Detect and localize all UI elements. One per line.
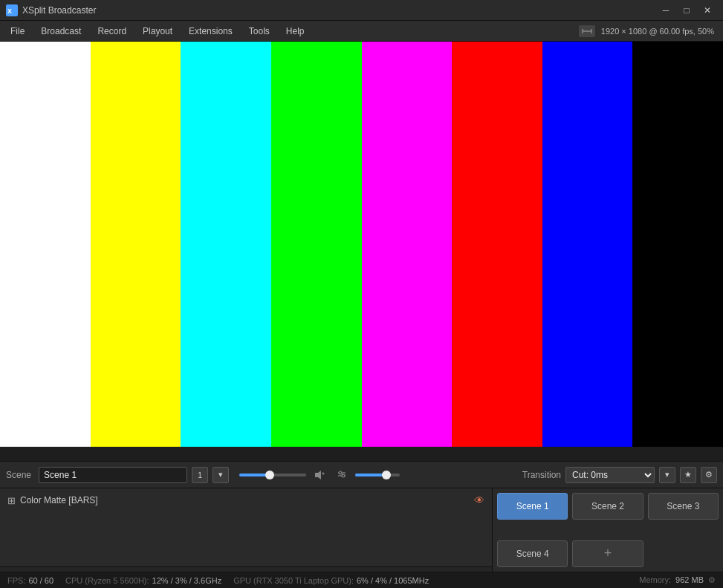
scene-label: Scene [6,470,31,480]
gpu-value: 6% / 4% / 1065MHz [357,576,429,585]
color-bar-cyan [181,42,271,447]
color-bar-blue [542,42,633,447]
maximize-button[interactable]: □ [677,3,696,18]
transition-star-btn[interactable]: ★ [680,467,696,483]
fps-value: 60 / 60 [28,576,54,585]
add-scene-icon: + [604,546,612,561]
color-bar-white [0,42,91,447]
scene-2-label: Scene 2 [591,501,624,511]
cpu-value: 12% / 3% / 3.6GHz [152,576,222,585]
volume-slider-2[interactable] [355,474,400,476]
color-bar-green [271,42,362,447]
titlebar: X XSplit Broadcaster ─ □ ✕ [0,0,723,21]
menu-help[interactable]: Help [279,23,312,39]
transition-gear-btn[interactable]: ⚙ [701,467,717,483]
minimize-button[interactable]: ─ [656,3,675,18]
menu-file[interactable]: File [3,23,32,39]
transition-dropdown-btn[interactable]: ▾ [659,467,675,483]
transition-area: Transition Cut: 0ms ▾ ★ ⚙ [522,467,717,483]
color-bar-magenta [362,42,453,447]
volume-slider-1[interactable] [239,474,306,476]
transition-label: Transition [522,470,561,480]
scene-3-label: Scene 3 [667,501,699,511]
titlebar-title: XSplit Broadcaster [22,5,656,16]
stream-disabled-icon [579,25,595,37]
source-eye-icon[interactable]: 👁 [474,494,484,506]
scene-tile-1[interactable]: Scene 1 [497,493,568,520]
app-icon: X [6,4,18,16]
add-scene-button[interactable]: + [572,540,643,567]
gpu-label: GPU (RTX 3050 Ti Laptop GPU): [233,576,354,585]
sources-list: ⊞ Color Matte [BARS] 👁 [0,488,492,566]
menu-extensions[interactable]: Extensions [181,23,240,39]
resolution-info: 1920 × 1080 @ 60.00 fps, 50% [601,27,720,36]
menu-record[interactable]: Record [90,23,134,39]
statusbar: FPS: 60 / 60 CPU (Ryzen 5 5600H): 12% / … [0,572,723,588]
titlebar-controls: ─ □ ✕ [656,3,717,18]
memory-value: 962 MB [675,575,704,585]
color-bar-red [452,42,542,447]
scene-bar: Scene 1 ▾ [0,462,723,488]
menu-playout[interactable]: Playout [135,23,180,39]
menu-broadcast[interactable]: Broadcast [33,23,88,39]
mute-button[interactable] [311,466,328,484]
source-grid-icon: ⊞ [7,495,16,506]
scene-tile-3[interactable]: Scene 3 [648,493,719,520]
fps-label: FPS: [7,576,25,585]
scene-number-label: 1 [198,471,202,479]
scene-number-btn[interactable]: 1 [192,467,208,483]
svg-text:X: X [7,7,12,15]
source-item[interactable]: ⊞ Color Matte [BARS] 👁 [3,491,489,509]
scene-dropdown-icon: ▾ [218,470,223,479]
color-bar-yellow [91,42,181,447]
scene-4-label: Scene 4 [516,549,549,559]
scene-tile-2[interactable]: Scene 2 [572,493,643,520]
svg-point-10 [339,471,342,474]
close-button[interactable]: ✕ [698,3,717,18]
bottom-panel: Scene 1 ▾ [0,461,723,588]
scene-1-label: Scene 1 [516,501,549,511]
audio-mixer-button[interactable] [333,466,351,484]
scene-dropdown-btn[interactable]: ▾ [213,467,229,483]
settings-icon[interactable]: ⚙ [708,575,716,585]
preview-area [0,42,723,447]
transition-select[interactable]: Cut: 0ms [565,467,655,483]
memory-label: Memory: [639,575,671,585]
source-label: Color Matte [BARS] [20,495,98,505]
scene-name-input[interactable] [39,467,187,483]
scene-tile-4[interactable]: Scene 4 [497,540,568,567]
svg-marker-5 [315,471,321,479]
cpu-label: CPU (Ryzen 5 5600H): [65,576,149,585]
menu-tools[interactable]: Tools [241,23,277,39]
svg-point-11 [342,474,345,477]
color-bar-black [632,42,723,447]
menubar: File Broadcast Record Playout Extensions… [0,21,723,42]
